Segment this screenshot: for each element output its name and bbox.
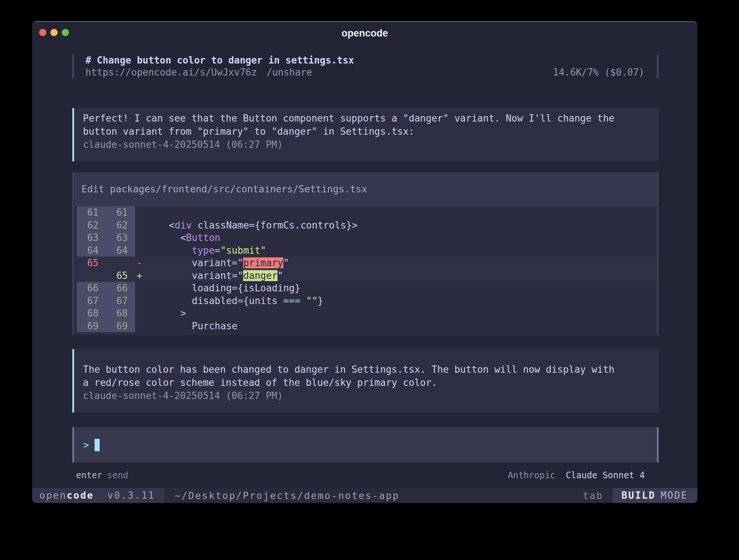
message-text-line: a red/rose color scheme instead of the b… — [83, 376, 659, 389]
diff-body: 61616262 <div className={formCs.controls… — [74, 206, 657, 332]
message-text-line: The button color has been changed to dan… — [83, 363, 659, 376]
session-header: # Change button color to danger in setti… — [72, 55, 659, 78]
app-name-code: code — [67, 490, 94, 501]
status-bar-right: tab BUILDMODE — [583, 488, 697, 503]
prompt-chevron-icon: > — [83, 440, 89, 450]
window-titlebar: opencode — [32, 22, 697, 44]
prompt-input[interactable]: > — [72, 427, 659, 463]
diff-sign — [135, 231, 146, 244]
assistant-message: Perfect! I can see that the Button compo… — [72, 108, 659, 161]
diff-sign: - — [135, 257, 146, 269]
mode-name: BUILD — [621, 490, 655, 501]
hint-row: enter send Anthropic Claude Sonnet 4 — [72, 470, 659, 481]
working-directory: ~/Desktop/Projects/demo-notes-app — [175, 490, 399, 501]
app-version-badge: opencode v0.3.11 — [32, 488, 164, 503]
token-usage-stats: 14.6K/7% ($0.07) — [553, 66, 644, 78]
model-timestamp: claude-sonnet-4-20250514 (06:27 PM) — [83, 138, 659, 151]
old-line-number: 69 — [77, 320, 106, 333]
app-version: v0.3.11 — [107, 490, 155, 501]
close-button[interactable] — [39, 29, 46, 36]
zoom-button[interactable] — [62, 29, 69, 36]
diff-row: 6969 Purchase — [77, 320, 657, 333]
send-action-hint: send — [107, 470, 128, 481]
diff-sign — [135, 244, 146, 257]
model-indicator: Anthropic Claude Sonnet 4 — [508, 470, 645, 481]
new-line-number: 61 — [106, 206, 135, 219]
message-text: Perfect! I can see that the Button compo… — [83, 112, 659, 138]
diff-row: 6666 loading={isLoading} — [77, 282, 657, 295]
diff-sign — [135, 307, 146, 320]
assistant-message: The button color has been changed to dan… — [72, 349, 659, 413]
diff-row: 65- variant="primary" — [77, 257, 657, 269]
enter-key-hint: enter — [76, 470, 102, 481]
old-line-number: 68 — [77, 307, 106, 320]
diff-row: 6464 type="submit" — [77, 244, 657, 257]
message-text-line: Perfect! I can see that the Button compo… — [83, 112, 659, 125]
status-bar: opencode v0.3.11 ~/Desktop/Projects/demo… — [32, 488, 697, 503]
diff-sign — [135, 320, 146, 333]
diff-row: 6868 > — [77, 307, 657, 320]
diff-row: 6767 disabled={units === ""} — [77, 295, 657, 307]
old-line-number: 61 — [77, 206, 106, 219]
diff-sign — [135, 206, 146, 219]
old-line-number: 67 — [77, 295, 106, 307]
diff-code-line: <div className={formCs.controls}> — [146, 219, 357, 232]
diff-code-line: variant="primary" — [146, 257, 289, 269]
new-line-number: 67 — [106, 295, 135, 307]
diff-code-line: <Button — [146, 231, 221, 244]
tab-key-hint: tab — [583, 490, 603, 501]
unshare-command[interactable]: /unshare — [267, 66, 312, 78]
new-line-number: 64 — [106, 244, 135, 257]
diff-row: 6363 <Button — [77, 231, 657, 244]
diff-code-line: loading={isLoading} — [146, 282, 300, 295]
mode-word: MODE — [660, 490, 688, 501]
diff-row: 65+ variant="danger" — [77, 269, 657, 282]
app-name-open: open — [39, 490, 67, 501]
new-line-number — [106, 257, 135, 269]
message-text: The button color has been changed to dan… — [83, 363, 659, 389]
diff-sign: + — [135, 269, 146, 282]
diff-code-line: variant="danger" — [146, 269, 283, 282]
new-line-number: 62 — [106, 219, 135, 232]
old-line-number: 63 — [77, 231, 106, 244]
window-title: opencode — [32, 22, 697, 45]
diff-code-line: type="submit" — [146, 244, 266, 257]
new-line-number: 63 — [106, 231, 135, 244]
diff-code-line: disabled={units === ""} — [146, 295, 323, 307]
mode-badge[interactable]: BUILDMODE — [613, 488, 697, 503]
old-line-number: 66 — [77, 282, 106, 295]
diff-sign — [135, 282, 146, 295]
share-url[interactable]: https://opencode.ai/s/UwJxv76z — [85, 66, 257, 78]
new-line-number: 68 — [106, 307, 135, 320]
session-title: # Change button color to danger in setti… — [85, 54, 657, 66]
text-cursor — [95, 439, 100, 451]
diff-code-line: Purchase — [146, 320, 237, 333]
model-label: Claude Sonnet 4 — [566, 470, 645, 480]
opencode-window: opencode # Change button color to danger… — [32, 21, 697, 503]
old-line-number: 64 — [77, 244, 106, 257]
new-line-number: 65 — [106, 269, 135, 282]
old-line-number: 62 — [77, 219, 106, 232]
new-line-number: 69 — [106, 320, 135, 333]
minimize-button[interactable] — [50, 29, 58, 36]
model-timestamp: claude-sonnet-4-20250514 (06:27 PM) — [83, 389, 659, 402]
session-subrow: https://opencode.ai/s/UwJxv76z /unshare … — [85, 66, 657, 78]
edit-tool-title: Edit packages/frontend/src/containers/Se… — [74, 172, 657, 206]
diff-row: 6262 <div className={formCs.controls}> — [77, 219, 657, 232]
old-line-number: 65 — [77, 257, 106, 269]
message-text-line: button variant from "primary" to "danger… — [83, 125, 659, 138]
diff-sign — [135, 295, 146, 307]
old-line-number — [77, 269, 106, 282]
edit-tool-block: Edit packages/frontend/src/containers/Se… — [72, 172, 659, 335]
diff-code-line: > — [146, 307, 186, 320]
main-content: # Change button color to danger in setti… — [32, 44, 697, 488]
diff-row: 6161 — [77, 206, 657, 219]
traffic-lights — [39, 29, 69, 36]
new-line-number: 66 — [106, 282, 135, 295]
provider-label: Anthropic — [508, 470, 555, 480]
diff-sign — [135, 219, 146, 232]
